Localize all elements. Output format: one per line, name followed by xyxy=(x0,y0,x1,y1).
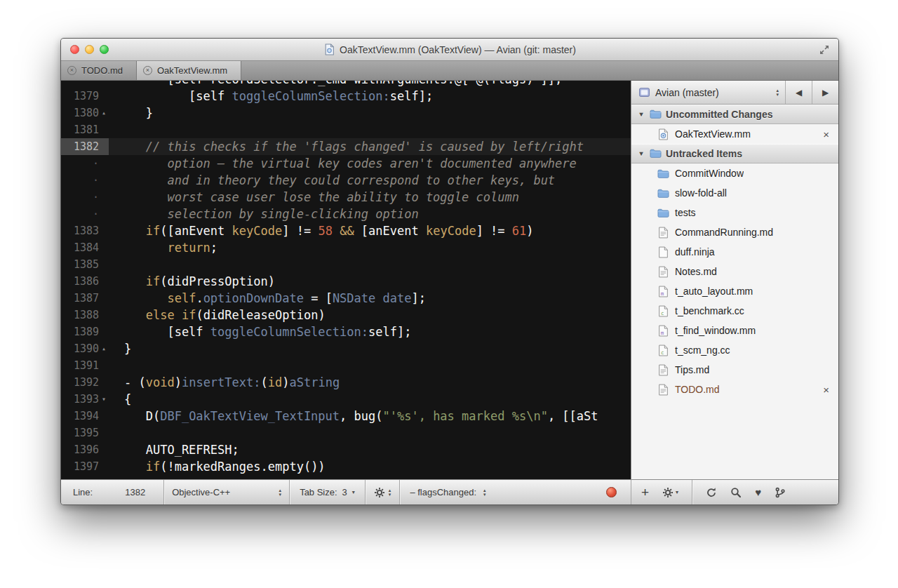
tab-oaktextview-mm[interactable]: ×OakTextView.mm xyxy=(137,61,241,80)
file-row[interactable]: slow-fold-all xyxy=(631,183,838,203)
doc-cc-icon: c xyxy=(657,305,669,317)
heart-icon: ♥ xyxy=(755,487,761,498)
code-line[interactable]: · and in theory they could correspond to… xyxy=(61,172,631,189)
code-line[interactable]: [self recordSelector:_cmd withArguments:… xyxy=(61,81,631,88)
code-line[interactable]: 1391 xyxy=(61,357,631,374)
document-proxy-icon[interactable] xyxy=(323,44,335,55)
bundle-menu-button[interactable]: ▴▾ xyxy=(366,487,400,498)
code-line[interactable]: 1392- (void)insertText:(id)aString xyxy=(61,374,631,391)
project-selector[interactable]: Avian (master) ▴▾ xyxy=(631,81,785,104)
line-number-gutter: 1380▴ xyxy=(61,105,109,121)
fold-marker-icon[interactable]: ▴ xyxy=(99,340,109,357)
file-row[interactable]: OakTextView.mm× xyxy=(631,124,838,144)
stepper-icon[interactable]: ▴▾ xyxy=(389,488,391,497)
code-line[interactable]: 1384 return; xyxy=(61,239,631,256)
tab-close-icon[interactable]: × xyxy=(143,66,152,75)
code-line[interactable]: 1390▴} xyxy=(61,340,631,357)
disclosure-triangle-icon[interactable]: ▾ xyxy=(637,149,645,157)
line-number: 1393 xyxy=(61,391,99,408)
code-line[interactable]: 1393▾{ xyxy=(61,391,631,408)
file-name: Notes.md xyxy=(675,266,717,277)
group-header[interactable]: ▾Uncommitted Changes xyxy=(631,105,838,124)
branch-button[interactable] xyxy=(775,487,786,498)
code-line[interactable]: 1385 xyxy=(61,256,631,273)
title-bar[interactable]: OakTextView.mm (OakTextView) — Avian (gi… xyxy=(61,39,838,61)
file-row[interactable]: Notes.md xyxy=(631,262,838,281)
line-number: 1389 xyxy=(61,323,99,340)
code-line[interactable]: 1389 [self toggleColumnSelection:self]; xyxy=(61,323,631,340)
code-line[interactable]: 1394 D(DBF_OakTextView_TextInput, bug("'… xyxy=(61,408,631,425)
folder-icon xyxy=(650,147,662,159)
file-row[interactable]: Tips.md xyxy=(631,360,838,380)
code-line[interactable]: 1396 AUTO_REFRESH; xyxy=(61,441,631,458)
file-row[interactable]: CommandRunning.md xyxy=(631,222,838,242)
macro-record-button[interactable] xyxy=(606,487,617,497)
line-number: 1382 xyxy=(61,138,99,155)
forward-button[interactable]: ▶ xyxy=(812,81,838,104)
code-line[interactable]: 1387 self.optionDownDate = [NSDate date]… xyxy=(61,290,631,307)
fold-marker-icon[interactable]: ▴ xyxy=(99,105,109,121)
line-number: 1387 xyxy=(61,290,99,307)
stepper-icon[interactable]: ▴▾ xyxy=(483,488,486,497)
doc-mm-icon: m xyxy=(657,286,669,298)
tab-size-selector[interactable]: Tab Size: 3 ▾ xyxy=(290,487,365,497)
code-line[interactable]: 1386 if(didPressOption) xyxy=(61,273,631,290)
group-label: Uncommitted Changes xyxy=(666,109,772,120)
main-content: [self recordSelector:_cmd withArguments:… xyxy=(61,81,838,479)
file-list: ▾Uncommitted ChangesOakTextView.mm×▾Untr… xyxy=(631,105,838,399)
tab-size-value: 3 xyxy=(342,487,347,497)
file-row[interactable]: CommitWindow xyxy=(631,163,838,183)
file-row[interactable]: duff.ninja xyxy=(631,242,838,262)
line-number-gutter: 1393▾ xyxy=(61,391,109,408)
code-line[interactable]: · worst case user lose the ability to to… xyxy=(61,189,631,206)
close-file-icon[interactable]: × xyxy=(823,385,829,395)
fold-marker-icon[interactable]: ▾ xyxy=(99,391,109,408)
line-number-gutter: 1392 xyxy=(61,374,109,391)
file-row[interactable]: ct_benchmark.cc xyxy=(631,301,838,321)
code-editor[interactable]: [self recordSelector:_cmd withArguments:… xyxy=(61,81,631,479)
close-window-button[interactable] xyxy=(70,45,79,54)
code-text xyxy=(109,121,124,138)
code-line[interactable]: 1382 // this checks if the 'flags change… xyxy=(61,138,631,155)
code-text xyxy=(109,256,124,273)
code-line[interactable]: · option — the virtual key codes aren't … xyxy=(61,155,631,172)
code-line[interactable]: 1380▴ } xyxy=(61,105,631,121)
project-stepper-icon[interactable]: ▴▾ xyxy=(776,88,779,97)
file-row[interactable]: TODO.md× xyxy=(631,380,838,399)
file-row[interactable]: ct_scm_ng.cc xyxy=(631,340,838,360)
line-number: 1379 xyxy=(61,88,99,105)
caret-down-icon: ▾ xyxy=(352,489,355,495)
wrap-indicator: · xyxy=(61,206,99,222)
disclosure-triangle-icon[interactable]: ▾ xyxy=(637,110,645,118)
back-button[interactable]: ◀ xyxy=(785,81,812,104)
language-selector[interactable]: Objective-C++ ▴▾ xyxy=(164,487,289,497)
editor-lines: [self recordSelector:_cmd withArguments:… xyxy=(61,81,631,475)
folder-icon xyxy=(657,168,669,180)
fullscreen-icon[interactable] xyxy=(819,44,830,55)
code-line[interactable]: 1379 [self toggleColumnSelection:self]; xyxy=(61,88,631,105)
symbol-selector[interactable]: – flagsChanged: ▴▾ xyxy=(400,487,495,497)
refresh-button[interactable] xyxy=(706,487,717,498)
zoom-window-button[interactable] xyxy=(100,45,109,54)
file-row[interactable]: tests xyxy=(631,203,838,222)
minimize-window-button[interactable] xyxy=(85,45,94,54)
close-file-icon[interactable]: × xyxy=(823,129,829,140)
file-row[interactable]: mt_auto_layout.mm xyxy=(631,281,838,301)
code-line[interactable]: 1397 if(!markedRanges.empty()) xyxy=(61,458,631,475)
favorites-button[interactable]: ♥ xyxy=(755,487,761,498)
code-line[interactable]: 1388 else if(didReleaseOption) xyxy=(61,307,631,323)
code-line[interactable]: 1381 xyxy=(61,121,631,138)
actions-menu-button[interactable]: ▾ xyxy=(662,487,678,498)
search-button[interactable] xyxy=(730,487,742,498)
tab-close-icon[interactable]: × xyxy=(67,66,76,75)
group-header[interactable]: ▾Untracked Items xyxy=(631,144,838,163)
add-button[interactable]: + xyxy=(641,487,649,498)
stepper-icon[interactable]: ▴▾ xyxy=(279,488,282,497)
code-line[interactable]: 1395 xyxy=(61,425,631,441)
line-value[interactable]: 1382 xyxy=(125,487,145,497)
code-line[interactable]: 1383 if([anEvent keyCode] != 58 && [anEv… xyxy=(61,222,631,239)
code-line[interactable]: · selection by single-clicking option xyxy=(61,206,631,222)
tab-label: TODO.md xyxy=(81,65,123,76)
tab-todo-md[interactable]: ×TODO.md xyxy=(61,61,137,80)
file-row[interactable]: mt_find_window.mm xyxy=(631,321,838,340)
